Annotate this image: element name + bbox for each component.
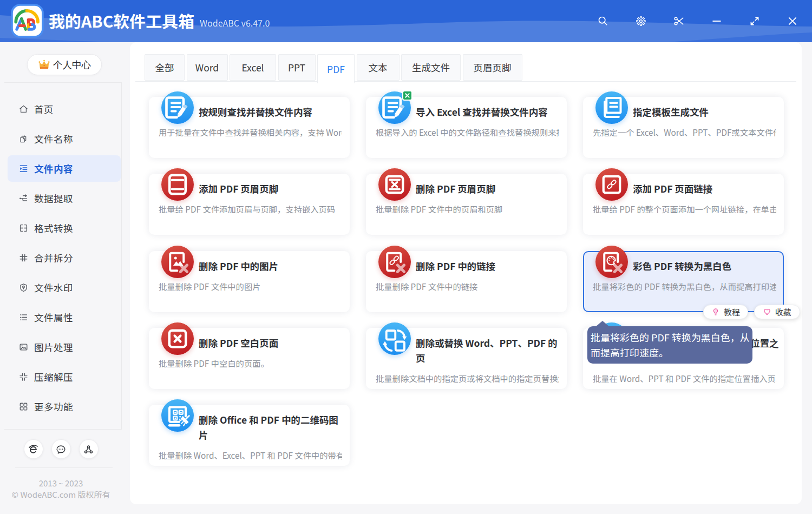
sidebar-item-merge-split[interactable]: 合并拆分 — [0, 243, 121, 273]
sidebar-item-file-content[interactable]: 文件内容 — [0, 154, 121, 183]
tool-card[interactable]: 删除 PDF 空白页面批量删除 PDF 中空白的页面。 — [149, 328, 350, 389]
sidebar-item-label: 文件名称 — [34, 132, 73, 146]
card-desc: 先指定一个 Excel、Word、PPT、PDF或文本文件作为模板，然后批量生成… — [593, 128, 776, 137]
sidebar-item-label: 文件内容 — [34, 162, 73, 175]
footer-years: 2013 ~ 2023 — [0, 477, 122, 489]
app-logo — [11, 4, 44, 38]
chat-bubble-icon[interactable] — [51, 439, 71, 459]
sidebar-social-buttons — [0, 439, 122, 459]
qr-clean-icon — [161, 399, 194, 432]
tab-all[interactable]: 全部 — [145, 54, 185, 81]
sidebar-item-label: 合并拆分 — [34, 251, 73, 265]
titlebar: 我的ABC软件工具箱 WodeABC v6.47.0 — [0, 0, 812, 42]
card-desc: 批量删除 PDF 文件中的链接 — [376, 282, 559, 291]
sidebar-item-data-extract[interactable]: 数据提取 — [0, 183, 121, 213]
footer-copyright: © WodeABC.com 版权所有 — [0, 489, 122, 500]
share-network-icon[interactable] — [79, 439, 99, 459]
tool-card[interactable]: 删除 PDF 中的图片批量删除 PDF 文件中的图片 — [149, 251, 350, 312]
sidebar-item-label: 文件属性 — [34, 311, 73, 324]
sidebar-item-label: 压缩解压 — [34, 370, 73, 384]
tutorial-label: 教程 — [724, 306, 740, 318]
tool-card[interactable]: 添加 PDF 页面链接批量给 PDF 的整个页面添加一个网址链接，在单击页面的时… — [583, 174, 784, 235]
tool-card[interactable]: 彩色 PDF 转换为黑白色批量将彩色的 PDF 转换为黑白色，从而提高打印速度。… — [583, 251, 784, 312]
square-x-bars-icon — [378, 168, 411, 201]
tab-generate-file[interactable]: 生成文件 — [401, 54, 461, 81]
tool-card[interactable]: 删除或替换 Word、PPT、PDF 的页批量删除文档中的指定页或将文档中的指定… — [366, 328, 567, 389]
search-icon[interactable] — [597, 15, 610, 28]
sidebar-item-watermark[interactable]: 文件水印 — [0, 273, 121, 302]
sidebar-item-compress[interactable]: 压缩解压 — [0, 362, 121, 392]
tab-label: PDF — [327, 62, 345, 76]
tab-label: Word — [195, 61, 219, 74]
tooltip: 批量将彩色的 PDF 转换为黑白色，从而提高打印速度。 — [587, 326, 752, 364]
resize-icon[interactable] — [748, 15, 761, 28]
card-desc: 批量删除文档中的指定页或将文档中的指定页替换为其他页。 — [376, 374, 559, 383]
window-controls — [597, 0, 799, 42]
browser-ie-icon[interactable] — [24, 439, 43, 459]
tool-card[interactable]: 删除 PDF 中的链接批量删除 PDF 文件中的链接 — [366, 251, 567, 312]
sidebar-item-label: 更多功能 — [34, 400, 73, 413]
tab-word[interactable]: Word — [187, 54, 228, 81]
doc-edit-icon — [161, 91, 194, 124]
tooltip-text: 批量将彩色的 PDF 转换为黑白色，从而提高打印速度。 — [591, 330, 750, 359]
user-center-button[interactable]: 个人中心 — [27, 54, 102, 75]
sidebar-item-home[interactable]: 首页 — [0, 94, 121, 124]
sidebar-item-label: 首页 — [34, 102, 54, 116]
settings-gear-icon[interactable] — [634, 15, 647, 28]
card-desc: 批量删除 PDF 文件中的页眉和页脚 — [376, 205, 559, 214]
tool-card[interactable]: 删除 PDF 页眉页脚批量删除 PDF 文件中的页眉和页脚 — [366, 174, 567, 235]
tool-card[interactable]: 导入 Excel 查找并替换文件内容根据导入的 Excel 中的文件路径和查找替… — [366, 97, 567, 158]
tutorial-button[interactable]: 教程 — [703, 305, 748, 319]
favorite-button[interactable]: 收藏 — [754, 305, 800, 319]
home-icon — [18, 104, 29, 114]
swap-icon — [378, 322, 411, 355]
sidebar-item-format-convert[interactable]: 格式转换 — [0, 213, 121, 243]
card-title: 删除 Office 和 PDF 中的二维码图片 — [199, 412, 346, 443]
tab-pdf[interactable]: PDF — [317, 54, 355, 83]
compress-icon — [18, 372, 29, 382]
tab-label: PPT — [288, 61, 305, 74]
image-x-icon — [161, 246, 194, 278]
sidebar-item-file-attr[interactable]: 文件属性 — [0, 302, 121, 332]
link-x-icon — [378, 246, 411, 278]
crown-icon — [38, 58, 50, 71]
card-title: 删除 PDF 中的链接 — [416, 259, 563, 274]
tab-excel[interactable]: Excel — [230, 54, 276, 81]
tab-label: 页眉页脚 — [474, 61, 512, 74]
palette-x-icon — [595, 246, 628, 278]
format-convert-icon — [18, 223, 29, 233]
square-x-icon — [161, 322, 194, 355]
tool-card[interactable]: 添加 PDF 页眉页脚批量给 PDF 文件添加页眉与页脚，支持嵌入页码 — [149, 174, 350, 235]
tab-text[interactable]: 文本 — [357, 54, 400, 81]
card-title: 删除或替换 Word、PPT、PDF 的页 — [416, 335, 563, 366]
tool-card[interactable]: 指定模板生成文件先指定一个 Excel、Word、PPT、PDF或文本文件作为模… — [583, 97, 784, 158]
minimize-icon[interactable] — [710, 15, 723, 28]
more-icon — [18, 401, 29, 412]
sidebar-item-file-name[interactable]: 文件名称 — [0, 124, 121, 154]
tab-label: Excel — [241, 61, 264, 74]
sidebar-item-more[interactable]: 更多功能 — [0, 392, 121, 421]
bulb-icon — [711, 307, 720, 316]
close-icon[interactable] — [786, 15, 799, 28]
doc-edit-excel-icon — [378, 91, 411, 124]
sidebar-divider-bottom — [15, 467, 113, 468]
card-title: 删除 PDF 页眉页脚 — [416, 181, 563, 196]
sidebar-item-image-process[interactable]: 图片处理 — [0, 332, 121, 362]
doc-copy-icon — [595, 91, 628, 124]
tool-card[interactable]: 删除 Office 和 PDF 中的二维码图片批量删除 Word、Excel、P… — [149, 405, 350, 466]
scissors-icon[interactable] — [672, 15, 685, 28]
sidebar-item-label: 图片处理 — [34, 340, 73, 354]
tab-label: 文本 — [369, 61, 388, 74]
card-title: 添加 PDF 页面链接 — [633, 181, 780, 196]
tab-label: 生成文件 — [412, 61, 450, 74]
card-title: 导入 Excel 查找并替换文件内容 — [416, 104, 563, 120]
tab-header-footer[interactable]: 页眉页脚 — [463, 54, 522, 81]
card-title: 删除 PDF 中的图片 — [199, 259, 346, 274]
app-version: WodeABC v6.47.0 — [200, 16, 270, 29]
sidebar-menu: 首页文件名称文件内容数据提取格式转换合并拆分文件水印文件属性图片处理压缩解压更多… — [0, 83, 122, 429]
card-desc: 根据导入的 Excel 中的文件路径和查找替换规则来批量查找并替换文件内容。 — [376, 128, 559, 137]
tab-ppt[interactable]: PPT — [278, 54, 316, 81]
tool-card[interactable]: 按规则查找并替换文件内容用于批量在文件中查找并替换相关内容，支持 Word、Ex… — [149, 97, 350, 158]
favorite-label: 收藏 — [775, 306, 791, 318]
card-desc: 批量将彩色的 PDF 转换为黑白色，从而提高打印速度。 — [593, 282, 776, 291]
